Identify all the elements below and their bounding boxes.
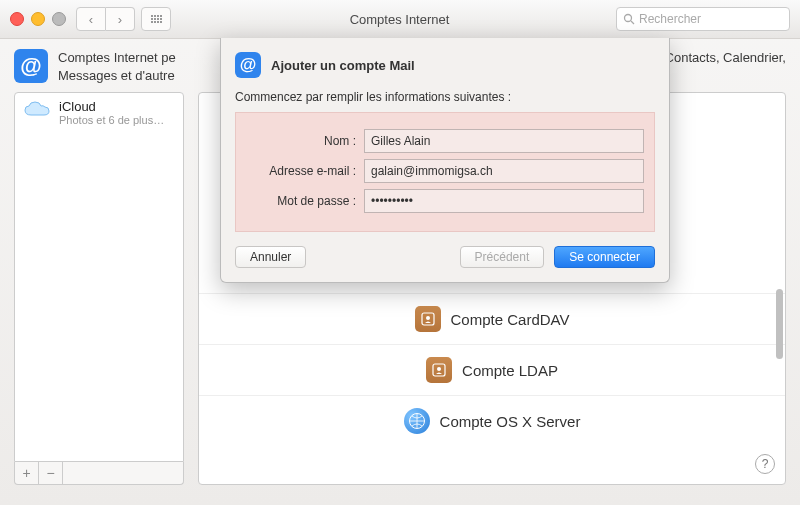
cancel-button[interactable]: Annuler: [235, 246, 306, 268]
header-text-right: Contacts, Calendrier,: [665, 49, 786, 67]
at-icon: @: [235, 52, 261, 78]
sidebar-item-icloud[interactable]: iCloud Photos et 6 de plus…: [15, 93, 183, 132]
sheet-form: Nom : Adresse e-mail : Mot de passe :: [235, 112, 655, 232]
email-input[interactable]: [364, 159, 644, 183]
account-name: iCloud: [59, 99, 164, 114]
password-input[interactable]: [364, 189, 644, 213]
name-label: Nom :: [246, 134, 356, 148]
chevron-right-icon: ›: [118, 12, 122, 27]
search-placeholder: Rechercher: [639, 12, 701, 26]
svg-line-1: [631, 21, 634, 24]
zoom-window-button[interactable]: [52, 12, 66, 26]
email-label: Adresse e-mail :: [246, 164, 356, 178]
internet-accounts-window: ‹ › Comptes Internet Rechercher @ Compte…: [0, 0, 800, 505]
provider-label: Compte LDAP: [462, 362, 558, 379]
provider-osx-server[interactable]: Compte OS X Server: [199, 395, 785, 446]
account-sidebar: iCloud Photos et 6 de plus… + −: [14, 92, 184, 485]
sheet-title: Ajouter un compte Mail: [271, 58, 415, 73]
ldap-icon: [426, 357, 452, 383]
titlebar: ‹ › Comptes Internet Rechercher: [0, 0, 800, 39]
sheet-subtitle: Commencez par remplir les informations s…: [235, 90, 655, 104]
sheet-buttons: Annuler Précédent Se connecter: [235, 246, 655, 268]
account-subtitle: Photos et 6 de plus…: [59, 114, 164, 126]
chevron-left-icon: ‹: [89, 12, 93, 27]
minimize-window-button[interactable]: [31, 12, 45, 26]
help-button[interactable]: ?: [755, 454, 775, 474]
carddav-icon: [415, 306, 441, 332]
forward-button[interactable]: ›: [106, 7, 135, 31]
window-controls: [10, 12, 66, 26]
show-all-button[interactable]: [141, 7, 171, 31]
provider-label: Compte OS X Server: [440, 413, 581, 430]
remove-account-button[interactable]: −: [39, 462, 63, 484]
add-account-button[interactable]: +: [15, 462, 39, 484]
search-field[interactable]: Rechercher: [616, 7, 790, 31]
window-title: Comptes Internet: [183, 12, 616, 27]
previous-button[interactable]: Précédent: [460, 246, 545, 268]
back-button[interactable]: ‹: [76, 7, 106, 31]
scrollbar-thumb[interactable]: [776, 289, 783, 359]
close-window-button[interactable]: [10, 12, 24, 26]
header-text: Comptes Internet pe Messages et d'autre: [58, 49, 176, 84]
sign-in-button[interactable]: Se connecter: [554, 246, 655, 268]
provider-ldap[interactable]: Compte LDAP: [199, 344, 785, 395]
name-input[interactable]: [364, 129, 644, 153]
provider-carddav[interactable]: Compte CardDAV: [199, 293, 785, 344]
sheet-header: @ Ajouter un compte Mail: [235, 52, 655, 78]
svg-point-3: [426, 316, 430, 320]
at-icon: @: [14, 49, 48, 83]
password-label: Mot de passe :: [246, 194, 356, 208]
search-icon: [623, 13, 635, 25]
add-mail-account-sheet: @ Ajouter un compte Mail Commencez par r…: [220, 38, 670, 283]
account-list[interactable]: iCloud Photos et 6 de plus…: [14, 92, 184, 462]
svg-point-5: [437, 367, 441, 371]
add-remove-bar: + −: [14, 462, 184, 485]
globe-icon: [404, 408, 430, 434]
provider-label: Compte CardDAV: [451, 311, 570, 328]
svg-point-0: [625, 15, 632, 22]
grid-icon: [151, 15, 162, 23]
cloud-icon: [23, 99, 51, 119]
nav-buttons: ‹ ›: [76, 7, 135, 31]
